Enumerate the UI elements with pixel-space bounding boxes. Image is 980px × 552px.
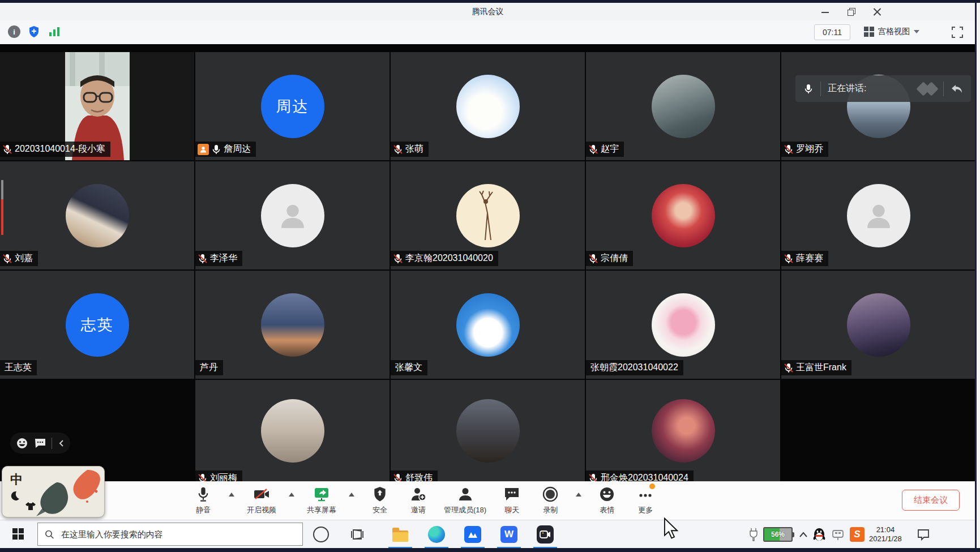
fullscreen-button[interactable] [951, 26, 964, 38]
participant-tile[interactable]: 张馨文 [391, 271, 585, 379]
file-explorer-icon[interactable] [392, 526, 409, 543]
participant-tile[interactable]: 周达 詹周达 [195, 52, 390, 160]
record-button[interactable]: 录制 [537, 486, 563, 515]
more-button[interactable]: 更多 [632, 486, 658, 515]
avatar-initials: 志英 [66, 293, 129, 357]
participant-tile[interactable]: 李京翰202031040020 [391, 161, 585, 269]
participant-tile[interactable]: 志英 王志英 [0, 271, 194, 379]
qq-icon[interactable] [812, 527, 826, 542]
skin-clothes-icon[interactable] [25, 502, 36, 511]
avatar-default [847, 184, 910, 247]
mic-muted-icon [393, 254, 403, 264]
mic-on-icon [211, 144, 221, 155]
meeting-timer: 07:11 [814, 24, 850, 40]
tray-expand-chevron-icon[interactable] [799, 531, 808, 538]
mic-options-caret[interactable] [229, 493, 234, 497]
mute-button[interactable]: 静音 [190, 486, 216, 515]
participant-tile[interactable]: 张朝霞202031040022 [586, 271, 780, 379]
participant-tile[interactable]: 邢金焕202031040024 [586, 380, 780, 481]
avatar-initials: 周达 [261, 75, 324, 138]
participant-name-label: 罗翊乔 [781, 142, 828, 157]
screen-edge [975, 0, 980, 552]
quick-reactions-pill[interactable] [10, 433, 70, 453]
chat-icon [504, 486, 520, 503]
mic-muted-icon [2, 254, 12, 264]
security-shield-icon[interactable] [27, 25, 41, 38]
view-mode-label: 宫格视图 [878, 27, 910, 37]
manage-members-button[interactable]: 管理成员(18) [444, 486, 486, 515]
mic-muted-icon [2, 144, 12, 155]
start-button[interactable] [12, 528, 24, 540]
close-button[interactable] [873, 7, 882, 16]
chat-button[interactable]: 聊天 [499, 486, 525, 515]
grid-view-icon [864, 27, 874, 37]
taskbar-search[interactable] [37, 523, 303, 546]
deer-illustration [468, 190, 508, 241]
mic-muted-icon [393, 144, 403, 155]
end-meeting-button[interactable]: 结束会议 [902, 490, 960, 511]
maximize-button[interactable] [847, 7, 856, 16]
search-input[interactable] [60, 529, 296, 540]
participant-tile[interactable]: 张萌 [391, 52, 585, 160]
participant-tile[interactable]: 李泽华 [195, 161, 390, 269]
taskbar-clock[interactable]: 21:04 2021/1/28 [869, 525, 902, 544]
meeting-info-icon[interactable]: i [8, 25, 20, 38]
minimize-button[interactable] [821, 7, 830, 16]
invite-person-icon [410, 486, 426, 503]
participant-name-label: 刘嘉 [0, 251, 38, 266]
security-button[interactable]: 安全 [367, 486, 393, 515]
participant-tile[interactable]: 正在讲话: 罗翊乔 [781, 52, 975, 160]
participant-tile[interactable]: 宗倩倩 [586, 161, 780, 269]
speaking-label: 正在讲话: [828, 83, 866, 95]
ime-mode-indicator[interactable]: 中 [10, 471, 23, 488]
participant-tile[interactable]: 芦丹 [195, 271, 390, 379]
mic-muted-icon [198, 254, 208, 264]
network-signal-icon[interactable] [48, 25, 61, 38]
camera-app-icon[interactable] [537, 526, 554, 543]
participant-tile[interactable]: 舒致伟 [391, 380, 585, 481]
participant-name-label: 詹周达 [195, 142, 256, 157]
chat-bubble-icon[interactable] [34, 438, 46, 449]
participant-name-label: 赵宇 [586, 142, 624, 157]
power-plug-icon[interactable] [748, 527, 759, 542]
windows-taskbar: W 56% S 21:04 [0, 520, 975, 549]
participant-tile[interactable]: 刘丽梅 [195, 380, 390, 481]
participant-name-label: 舒致伟 [391, 470, 438, 481]
ime-skin-panel[interactable]: 中 [2, 466, 105, 517]
mic-muted-icon [393, 473, 403, 482]
mic-icon [197, 486, 209, 503]
start-video-button[interactable]: 开启视频 [247, 486, 276, 515]
participant-tile[interactable]: 刘嘉 [0, 161, 194, 269]
participant-name-label: 李京翰202031040020 [391, 251, 498, 266]
sogou-ime-state-icon[interactable] [831, 527, 845, 542]
edge-browser-icon[interactable] [428, 526, 445, 543]
participant-tile[interactable]: 赵宇 [586, 52, 780, 160]
moon-icon[interactable] [9, 490, 20, 502]
participant-tile[interactable]: 薛赛赛 [781, 161, 975, 269]
invite-button[interactable]: 邀请 [405, 486, 431, 515]
video-options-caret[interactable] [289, 493, 294, 497]
task-view-button[interactable] [349, 526, 366, 543]
participant-tile[interactable]: 王富世Frank [781, 271, 975, 379]
share-screen-button[interactable]: 共享屏幕 [307, 486, 336, 515]
wps-office-icon[interactable]: W [500, 526, 517, 543]
mic-muted-icon [588, 254, 598, 264]
view-mode-button[interactable]: 宫格视图 [859, 23, 924, 40]
share-options-caret[interactable] [349, 493, 354, 497]
video-grid-area: 202031040014-段小寒 周达 詹周达 张萌 [0, 44, 975, 481]
reactions-button[interactable]: 表情 [594, 486, 620, 515]
tencent-meeting-app-icon[interactable] [464, 526, 481, 543]
sogou-pinyin-icon[interactable]: S [850, 527, 865, 542]
action-center-icon[interactable] [917, 528, 930, 541]
emoji-icon[interactable] [16, 437, 28, 450]
record-options-caret[interactable] [576, 493, 581, 497]
mic-muted-icon [198, 473, 208, 482]
battery-indicator[interactable]: 56% [763, 527, 794, 542]
collapse-chevron-icon[interactable] [58, 439, 65, 447]
participant-tile[interactable]: 202031040014-段小寒 [0, 52, 194, 160]
reply-arrow-icon[interactable] [951, 84, 963, 94]
mic-muted-icon [588, 144, 598, 155]
cortana-button[interactable] [313, 526, 329, 543]
system-tray: 56% S 21:04 2021/1/28 [748, 520, 930, 549]
avatar-photo [847, 293, 910, 357]
